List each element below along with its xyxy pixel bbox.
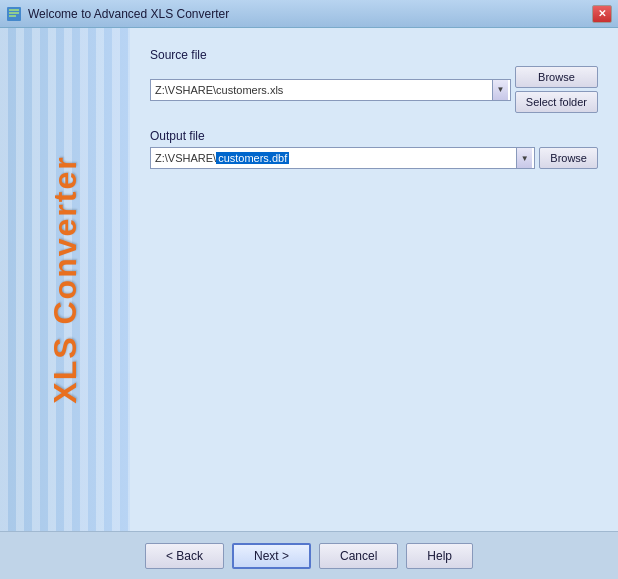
- cancel-button[interactable]: Cancel: [319, 543, 398, 569]
- source-file-group: Source file ▼ Browse Select folder: [150, 48, 598, 113]
- right-panel: Source file ▼ Browse Select folder Outpu…: [130, 28, 618, 531]
- window-title: Welcome to Advanced XLS Converter: [28, 7, 592, 21]
- output-dropdown-arrow[interactable]: ▼: [516, 148, 532, 168]
- app-icon: [6, 6, 22, 22]
- output-prefix: Z:\VSHARE\: [153, 152, 216, 164]
- svg-rect-3: [9, 15, 16, 17]
- svg-rect-2: [9, 12, 19, 14]
- source-buttons: Browse Select folder: [515, 66, 598, 113]
- back-button[interactable]: < Back: [145, 543, 224, 569]
- output-file-input-container: Z:\VSHARE\customers.dbf ▼: [150, 147, 535, 169]
- sidebar-label: XLS Converter: [47, 155, 84, 403]
- window-controls: ✕: [592, 5, 612, 23]
- footer: < Back Next > Cancel Help: [0, 531, 618, 579]
- source-file-input[interactable]: [153, 84, 492, 96]
- output-browse-button[interactable]: Browse: [539, 147, 598, 169]
- help-button[interactable]: Help: [406, 543, 473, 569]
- sidebar: XLS Converter: [0, 28, 130, 531]
- select-folder-button[interactable]: Select folder: [515, 91, 598, 113]
- output-file-group: Output file Z:\VSHARE\customers.dbf ▼ Br…: [150, 129, 598, 169]
- close-button[interactable]: ✕: [592, 5, 612, 23]
- output-file-row: Z:\VSHARE\customers.dbf ▼ Browse: [150, 147, 598, 169]
- source-file-label: Source file: [150, 48, 598, 62]
- output-selected: customers.dbf: [216, 152, 289, 164]
- next-button[interactable]: Next >: [232, 543, 311, 569]
- source-file-row: ▼ Browse Select folder: [150, 66, 598, 113]
- content-area: XLS Converter Source file ▼ Browse Selec…: [0, 28, 618, 531]
- window-body: XLS Converter Source file ▼ Browse Selec…: [0, 28, 618, 579]
- svg-rect-1: [9, 9, 19, 11]
- source-browse-button[interactable]: Browse: [515, 66, 598, 88]
- title-bar: Welcome to Advanced XLS Converter ✕: [0, 0, 618, 28]
- source-dropdown-arrow[interactable]: ▼: [492, 80, 508, 100]
- source-file-input-container: ▼: [150, 79, 511, 101]
- output-file-label: Output file: [150, 129, 598, 143]
